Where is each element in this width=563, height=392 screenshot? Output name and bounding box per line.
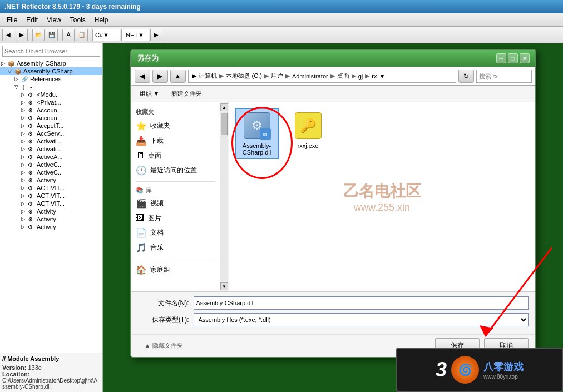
list-item[interactable]: ▷⚙Activity [0, 207, 102, 215]
list-item[interactable]: ▷⚙ActiveC... [0, 168, 102, 176]
file-item-exe[interactable]: 🔑 rxxj.exe [286, 108, 330, 159]
exe-filename: rxxj.exe [298, 142, 319, 149]
menu-help[interactable]: Help [90, 15, 113, 25]
menu-file[interactable]: File [2, 15, 22, 25]
fav-item-docs[interactable]: 📄 文档 [131, 225, 220, 240]
library-header: 📚 库 [131, 185, 220, 196]
forward-button[interactable]: ▶ [16, 29, 28, 41]
list-item[interactable]: ▷⚙<Privat... [0, 98, 102, 106]
exe-icon-large: 🔑 [294, 111, 323, 140]
tree-area: ▷ 📦 Assembly-CSharp ▽ 📦 Assembly-CSharp … [0, 59, 102, 353]
fav-item-music[interactable]: 🎵 音乐 [131, 240, 220, 255]
dialog-body: 收藏夹 ⭐ 收藏夹 📥 下载 🖥 桌面 [131, 102, 535, 291]
list-item[interactable]: ▷⚙ACTIVIT... [0, 192, 102, 200]
tree-item-references[interactable]: ▷ 🔗 References [0, 75, 102, 83]
list-item[interactable]: ▷⚙Activity [0, 215, 102, 223]
open-button[interactable]: 📂 [32, 29, 45, 41]
desktop-icon: 🖥 [136, 151, 145, 161]
fav-item-video[interactable]: 🎬 视频 [131, 196, 220, 211]
menu-view[interactable]: View [42, 15, 66, 25]
search-box [0, 43, 102, 59]
save-button[interactable]: 💾 [46, 29, 58, 41]
dll-icon-large: ⚙ dll [243, 111, 271, 140]
organize-button[interactable]: 组织 ▼ [136, 88, 164, 100]
run-button[interactable]: ▶ [150, 29, 162, 41]
framework-selector[interactable]: .NET▼ [121, 29, 149, 41]
tree-item-assembly-root[interactable]: ▷ 📦 Assembly-CSharp [0, 59, 102, 67]
scroll-down-button[interactable]: ▼ [220, 282, 228, 290]
file-item-dll[interactable]: ⚙ dll Assembly-CSharp.dll [235, 108, 279, 159]
up-nav-button[interactable]: ▲ [170, 70, 186, 83]
list-item[interactable]: ▷⚙ACTIVIT... [0, 184, 102, 192]
tree-item-namespace[interactable]: ▽ {} - [0, 83, 102, 91]
pictures-icon: 🖼 [136, 213, 145, 223]
tree-item-assembly-module[interactable]: ▽ 📦 Assembly-CSharp [0, 67, 102, 75]
menu-edit[interactable]: Edit [22, 15, 42, 25]
list-item[interactable]: ▷⚙Activity [0, 223, 102, 231]
files-wrapper: ▲ ▼ 乙名电社区 www.255.xin [220, 102, 535, 291]
list-item[interactable]: ▷⚙Activity [0, 176, 102, 184]
back-nav-button[interactable]: ◀ [135, 70, 150, 83]
list-item[interactable]: ▷⚙Accoun... [0, 106, 102, 114]
minimize-button[interactable]: ─ [496, 53, 506, 63]
filetype-select[interactable]: Assembly files (*.exe, *.dll) [194, 313, 529, 326]
maximize-button[interactable]: □ [508, 53, 518, 63]
search-input[interactable] [2, 46, 100, 57]
list-item[interactable]: ▷⚙AccServ... [0, 130, 102, 137]
logo-watermark: 3 🌀 八零游戏 www.80yx.top [396, 348, 563, 392]
separator [136, 181, 215, 182]
scroll-up-button[interactable]: ▲ [220, 103, 228, 111]
list-item[interactable]: ▷⚙ActiveA... [0, 153, 102, 161]
search-field[interactable] [476, 70, 532, 83]
vertical-scrollbar[interactable]: ▲ ▼ [220, 102, 229, 291]
ref-icon: 🔗 [21, 76, 29, 82]
list-item[interactable]: ▷⚙Accoun... [0, 114, 102, 122]
filename-input[interactable] [194, 296, 529, 310]
toolbar: ◀ ▶ 📂 💾 A 📋 C#▼ .NET▼ ▶ [0, 27, 563, 43]
main-layout: ▷ 📦 Assembly-CSharp ▽ 📦 Assembly-CSharp … [0, 43, 563, 392]
fav-item-pictures[interactable]: 🖼 图片 [131, 211, 220, 225]
expand-icon: ▽ [8, 68, 14, 74]
close-button[interactable]: ✕ [520, 53, 530, 63]
logo-brand: 八零游戏 [483, 360, 524, 374]
fav-item-recent[interactable]: 🕐 最近访问的位置 [131, 163, 220, 178]
bottom-panel: // Module Assembly Version: 133e Locatio… [0, 353, 102, 392]
fav-item-download[interactable]: 📥 下载 [131, 133, 220, 148]
back-button[interactable]: ◀ [2, 29, 14, 41]
dialog-fields: 文件名(N): 保存类型(T): Assembly files (*.exe, … [131, 291, 535, 334]
list-item[interactable]: ▷⚙Activati... [0, 145, 102, 153]
app-title: .NET Reflector 8.5.0.179 - 3 days remain… [4, 3, 141, 11]
save-as-dialog: 另存为 ─ □ ✕ ◀ ▶ ▲ ▶ 计算机 ▶ 本 [130, 49, 536, 358]
exe-icon-shape: 🔑 [295, 112, 322, 139]
files-area: 乙名电社区 www.255.xin ⚙ dll [229, 102, 535, 291]
expand-icon: ▷ [14, 76, 21, 82]
language-selector[interactable]: C#▼ [92, 29, 120, 41]
logo-right: 八零游戏 www.80yx.top [483, 360, 524, 380]
filetype-field-row: 保存类型(T): Assembly files (*.exe, *.dll) [138, 313, 529, 326]
refresh-button[interactable]: ↻ [458, 70, 474, 83]
list-item[interactable]: ▷⚙<Modu... [0, 91, 102, 98]
list-item[interactable]: ▷⚙ActiveC... [0, 161, 102, 168]
forward-nav-button[interactable]: ▶ [152, 70, 168, 83]
list-item[interactable]: ▷⚙ACTIVIT... [0, 200, 102, 207]
menu-tools[interactable]: Tools [66, 15, 90, 25]
fav-item-favorites[interactable]: ⭐ 收藏夹 [131, 118, 220, 133]
new-folder-button[interactable]: 新建文件夹 [167, 88, 206, 100]
star-icon: ⭐ [136, 121, 147, 131]
fav-item-homegroup[interactable]: 🏠 家庭组 [131, 262, 220, 277]
scroll-thumb[interactable] [221, 113, 228, 135]
docs-icon: 📄 [136, 227, 147, 238]
paste-button[interactable]: 📋 [76, 29, 88, 41]
fav-item-desktop[interactable]: 🖥 桌面 [131, 148, 220, 163]
homegroup-icon: 🏠 [136, 265, 147, 275]
logo-site: www.80yx.top [483, 374, 524, 380]
list-item[interactable]: ▷⚙Activati... [0, 137, 102, 145]
expand-icon: ▷ [1, 61, 8, 66]
ns-icon: {} [21, 84, 29, 90]
address-path[interactable]: ▶ 计算机 ▶ 本地磁盘 (C:) ▶ 用户 ▶ Administrator ▶… [188, 70, 456, 83]
dll-filename: Assembly-CSharp.dll [238, 142, 276, 156]
copy-button[interactable]: A [62, 29, 75, 41]
dialog-overlay: 另存为 ─ □ ✕ ◀ ▶ ▲ ▶ 计算机 ▶ 本 [103, 43, 563, 392]
dll-overlay: dll [260, 128, 271, 140]
list-item[interactable]: ▷⚙AccpetT... [0, 122, 102, 130]
